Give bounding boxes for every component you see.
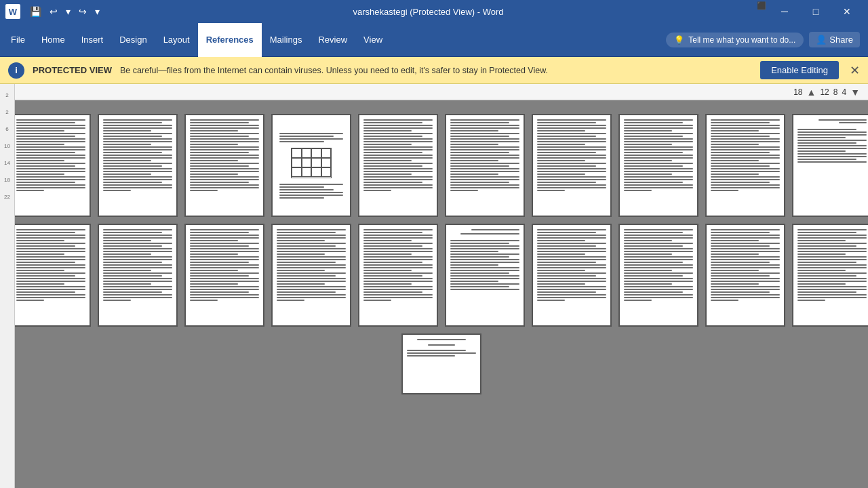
- document-page: [705, 114, 785, 217]
- tab-design[interactable]: Design: [111, 23, 155, 57]
- window-controls: ⬛ ─ □ ✕: [754, 0, 863, 23]
- zoom-value-3: 8: [833, 87, 838, 97]
- page-line: [16, 149, 85, 150]
- page-line: [16, 155, 85, 156]
- ruler-mark: 10: [4, 143, 10, 149]
- tell-me-box[interactable]: 💡 Tell me what you want to do...: [666, 33, 804, 47]
- document-page-last: [401, 333, 481, 394]
- document-page: [445, 114, 525, 217]
- enable-editing-button[interactable]: Enable Editing: [760, 61, 839, 79]
- document-page: [358, 224, 438, 327]
- document-page: [618, 224, 698, 327]
- protected-view-bar: i PROTECTED VIEW Be careful—files from t…: [0, 57, 868, 84]
- page-line: [16, 141, 85, 142]
- ruler-mark: 6: [5, 126, 8, 132]
- ruler-mark: 2: [5, 92, 8, 98]
- vertical-ruler: 2 2 6 10 14 18 22: [0, 84, 15, 488]
- protected-view-message: Be careful—files from the Internet can c…: [120, 66, 752, 75]
- tab-view[interactable]: View: [355, 23, 391, 57]
- undo-button[interactable]: ↩: [47, 5, 60, 18]
- close-button[interactable]: ✕: [831, 0, 863, 23]
- document-area: 2 2 6 10 14 18 22 18 ▲ 12 8 4 ▼: [0, 84, 868, 488]
- zoom-value-1: 18: [793, 87, 802, 97]
- page-line: [16, 174, 64, 175]
- document-page: [184, 224, 264, 327]
- page-line: [16, 130, 64, 131]
- close-protected-bar-button[interactable]: ✕: [850, 63, 860, 78]
- word-icon: W: [5, 4, 20, 19]
- document-page: [532, 114, 612, 217]
- save-button[interactable]: 💾: [27, 5, 44, 18]
- page-line: [16, 157, 85, 159]
- zoom-value-4: 4: [842, 87, 846, 97]
- page-line: [16, 146, 85, 148]
- document-page: [98, 114, 178, 217]
- top-controls-bar: 18 ▲ 12 8 4 ▼: [15, 84, 868, 100]
- page-line: [16, 144, 64, 145]
- share-label: Share: [829, 35, 853, 45]
- page-row-1: [15, 114, 868, 217]
- share-button[interactable]: 👤 Share: [809, 32, 860, 47]
- lightbulb-icon: 💡: [674, 35, 684, 45]
- page-line: [16, 119, 85, 121]
- protected-view-label: PROTECTED VIEW: [33, 65, 112, 75]
- document-page: [705, 224, 785, 327]
- document-page: [358, 114, 438, 217]
- restore-window-icon[interactable]: ⬛: [754, 0, 769, 23]
- tab-review[interactable]: Review: [310, 23, 355, 57]
- undo-dropdown[interactable]: ▾: [63, 5, 73, 18]
- zoom-chevron-2[interactable]: ▼: [850, 87, 860, 98]
- tab-file[interactable]: File: [3, 23, 33, 57]
- ruler-mark: 22: [4, 194, 10, 200]
- page-line: [16, 190, 44, 191]
- window-title: varshekastegi (Protected View) - Word: [102, 7, 754, 17]
- zoom-chevron-1[interactable]: ▲: [807, 87, 816, 98]
- page-line: [16, 187, 85, 188]
- protected-view-icon: i: [8, 62, 24, 79]
- document-page: [15, 224, 91, 327]
- tab-references[interactable]: References: [198, 23, 262, 57]
- page-line: [16, 179, 85, 180]
- ruler-mark: 18: [4, 177, 10, 183]
- page-line: [16, 184, 85, 186]
- customize-dropdown[interactable]: ▾: [92, 5, 102, 18]
- page-line: [16, 127, 85, 129]
- minimize-button[interactable]: ─: [769, 0, 800, 23]
- document-page: [445, 224, 525, 327]
- tab-insert[interactable]: Insert: [73, 23, 112, 57]
- tell-me-text: Tell me what you want to do...: [688, 35, 795, 45]
- page-row-3: [401, 333, 481, 394]
- document-page: [792, 224, 868, 327]
- document-page: [618, 114, 698, 217]
- title-bar: W 💾 ↩ ▾ ↪ ▾ varshekastegi (Protected Vie…: [0, 0, 868, 23]
- page-line: [16, 182, 75, 183]
- tab-home[interactable]: Home: [33, 23, 73, 57]
- page-table: [291, 148, 332, 178]
- document-page: [792, 114, 868, 217]
- page-line: [16, 176, 85, 178]
- page-line: [16, 133, 85, 134]
- document-page: [98, 224, 178, 327]
- page-row-2: [15, 224, 868, 327]
- quick-access-toolbar: 💾 ↩ ▾ ↪ ▾: [27, 5, 102, 18]
- page-line: [16, 163, 85, 164]
- page-line: [16, 165, 75, 167]
- zoom-value-2: 12: [820, 87, 829, 97]
- page-line: [16, 136, 75, 137]
- tab-mailings[interactable]: Mailings: [262, 23, 311, 57]
- document-page: [532, 224, 612, 327]
- maximize-button[interactable]: □: [800, 0, 831, 23]
- document-content[interactable]: [15, 100, 868, 488]
- redo-button[interactable]: ↪: [76, 5, 90, 18]
- ribbon: File Home Insert Design Layout Reference…: [0, 23, 868, 57]
- document-page: [271, 224, 351, 327]
- document-page-with-table: [271, 114, 351, 217]
- page-line: [16, 122, 75, 123]
- zoom-control: 18 ▲ 12 8 4 ▼: [793, 87, 860, 98]
- page-line: [16, 168, 85, 169]
- document-page: [15, 114, 91, 217]
- page-line: [16, 160, 64, 161]
- page-line: [16, 171, 85, 172]
- ribbon-right: 💡 Tell me what you want to do... 👤 Share: [666, 32, 865, 47]
- tab-layout[interactable]: Layout: [155, 23, 198, 57]
